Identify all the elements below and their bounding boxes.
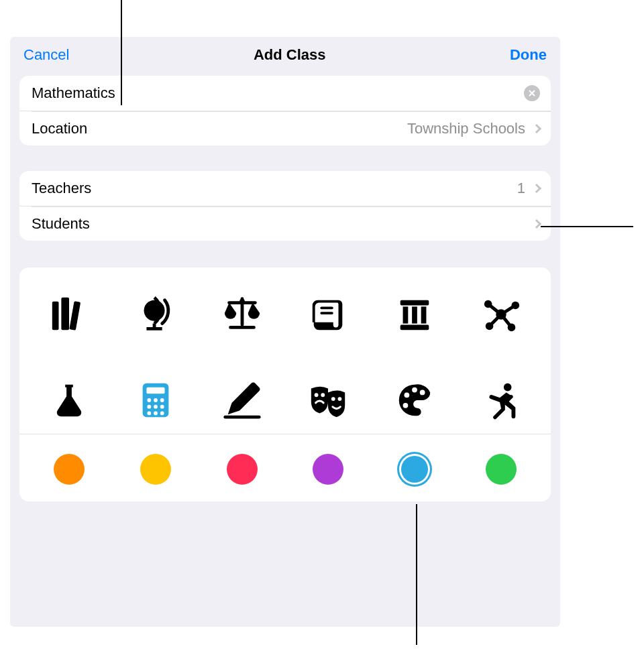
color-swatch-purple — [313, 454, 343, 485]
callout-line-students — [541, 226, 633, 227]
class-icon-option[interactable] — [458, 288, 544, 341]
class-icon-option[interactable] — [199, 373, 285, 427]
class-name-row[interactable] — [19, 76, 551, 111]
callout-line-color — [416, 504, 417, 645]
class-icon-option[interactable] — [26, 288, 113, 341]
books-icon — [48, 294, 90, 335]
class-icon-option[interactable] — [372, 373, 458, 427]
molecule-icon — [480, 294, 522, 335]
runner-icon — [480, 379, 522, 421]
teachers-count: 1 — [517, 180, 529, 197]
class-icon-option[interactable] — [113, 373, 199, 427]
class-color-option[interactable] — [26, 450, 113, 488]
pencil-icon — [221, 379, 263, 421]
x-icon — [529, 90, 535, 97]
class-icon-option[interactable] — [26, 373, 113, 427]
class-icon-option[interactable] — [285, 373, 372, 427]
flask-icon — [48, 379, 90, 421]
sheet-title: Add Class — [254, 46, 326, 64]
color-swatch-pink — [227, 454, 258, 485]
location-row[interactable]: Location Township Schools — [19, 111, 551, 145]
location-value: Township Schools — [407, 120, 529, 137]
class-icon-option[interactable] — [458, 373, 544, 427]
column-icon — [394, 294, 435, 335]
teachers-row[interactable]: Teachers 1 — [19, 171, 551, 206]
icon-color-picker — [19, 267, 551, 501]
color-swatch-blue — [399, 454, 430, 485]
color-swatch-yellow — [140, 454, 171, 485]
navbar: Cancel Add Class Done — [10, 37, 560, 70]
class-color-option[interactable] — [199, 450, 285, 488]
class-info-group: Location Township Schools — [19, 76, 551, 145]
chevron-right-icon — [532, 219, 541, 228]
scroll-icon — [307, 294, 349, 335]
class-color-option[interactable] — [372, 450, 458, 488]
scales-icon — [221, 294, 263, 335]
class-icon-option[interactable] — [285, 288, 372, 341]
students-label: Students — [32, 215, 525, 233]
color-row — [19, 448, 551, 488]
add-class-sheet: Cancel Add Class Done Location Township … — [10, 37, 560, 627]
chevron-right-icon — [532, 184, 541, 193]
members-group: Teachers 1 Students — [19, 171, 551, 241]
globe-icon — [135, 294, 176, 335]
class-color-option[interactable] — [113, 450, 199, 488]
teachers-label: Teachers — [32, 180, 517, 197]
clear-name-icon[interactable] — [524, 85, 540, 101]
calculator-icon — [135, 379, 176, 421]
class-icon-option[interactable] — [113, 288, 199, 341]
class-color-option[interactable] — [458, 450, 544, 488]
palette-icon — [394, 379, 435, 421]
color-swatch-green — [486, 454, 517, 485]
class-icon-option[interactable] — [372, 288, 458, 341]
color-swatch-orange — [54, 454, 85, 485]
callout-line-name — [121, 0, 122, 105]
cancel-button[interactable]: Cancel — [23, 46, 69, 64]
chevron-right-icon — [532, 123, 541, 133]
students-row[interactable]: Students — [19, 206, 551, 241]
location-label: Location — [32, 120, 407, 137]
class-icon-option[interactable] — [199, 288, 285, 341]
done-button[interactable]: Done — [510, 46, 547, 64]
class-color-option[interactable] — [285, 450, 372, 488]
class-name-input[interactable] — [32, 84, 524, 102]
masks-icon — [307, 379, 349, 421]
icon-grid — [19, 267, 551, 434]
